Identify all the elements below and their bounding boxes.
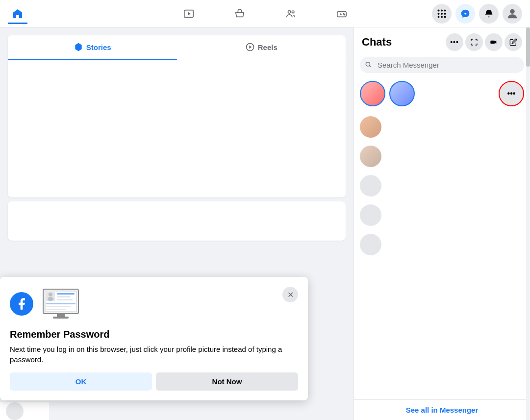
svg-rect-30: [57, 299, 73, 300]
chat-info-2: [386, 152, 524, 161]
chat-name-3: [386, 182, 524, 190]
svg-point-13: [438, 16, 440, 18]
chat-video-call-button[interactable]: [485, 33, 503, 51]
chat-name-1: [386, 123, 524, 131]
svg-rect-32: [46, 306, 71, 307]
chat-info-4: [386, 211, 524, 220]
chat-compose-button[interactable]: [505, 33, 522, 51]
nav-left: [8, 4, 27, 23]
chat-name-2: [386, 152, 524, 161]
profile-avatar[interactable]: [503, 4, 522, 24]
chat-info-1: [386, 123, 524, 131]
search-input[interactable]: [360, 57, 524, 73]
svg-point-2: [288, 10, 291, 13]
stories-tab-label: Stories: [86, 43, 111, 51]
search-bar: [360, 57, 524, 73]
svg-point-11: [441, 13, 443, 15]
prompt-header: ✕: [10, 287, 298, 321]
top-navigation: [0, 0, 530, 27]
chat-avatar-4: [360, 204, 381, 226]
nav-right: [432, 4, 522, 24]
chat-item-3[interactable]: [354, 171, 530, 200]
svg-point-12: [444, 13, 446, 15]
svg-marker-18: [249, 46, 252, 49]
see-all-messenger-button[interactable]: See all in Messenger: [354, 399, 530, 420]
scrollbar-track[interactable]: [526, 27, 530, 420]
svg-rect-23: [57, 314, 65, 317]
svg-rect-28: [57, 293, 75, 295]
ok-button[interactable]: OK: [10, 372, 152, 391]
svg-point-6: [344, 14, 345, 15]
prompt-icons: [10, 287, 80, 321]
chat-avatar-5: [360, 234, 381, 255]
chat-info-3: [386, 182, 524, 190]
svg-point-15: [444, 16, 446, 18]
story-circle-2[interactable]: [389, 81, 415, 106]
svg-rect-19: [490, 41, 495, 44]
stories-content: [8, 60, 346, 198]
svg-point-3: [292, 11, 294, 13]
see-all-label: See all in Messenger: [406, 406, 479, 414]
prompt-close-button[interactable]: ✕: [282, 287, 298, 302]
password-prompt: ✕ Remember Password Next time you log in…: [0, 277, 308, 400]
svg-rect-31: [46, 303, 76, 304]
prompt-body: Next time you log in on this browser, ju…: [10, 344, 298, 365]
stories-more-options-button[interactable]: •••: [499, 81, 524, 106]
prompt-title: Remember Password: [10, 329, 298, 340]
svg-point-16: [510, 9, 514, 13]
chat-header-icons: •••: [446, 33, 522, 51]
reels-tab[interactable]: Reels: [177, 35, 346, 60]
svg-point-8: [441, 9, 443, 11]
svg-marker-1: [188, 12, 191, 15]
svg-point-10: [438, 13, 440, 15]
chat-avatar-1: [360, 116, 381, 138]
groups-nav-item[interactable]: [267, 2, 314, 25]
svg-point-20: [366, 62, 370, 66]
chat-header: Chats •••: [354, 27, 530, 57]
bottom-item: [0, 402, 49, 420]
watch-nav-item[interactable]: [165, 2, 212, 25]
chat-title: Chats: [362, 36, 392, 49]
home-button[interactable]: [8, 4, 27, 24]
svg-point-7: [438, 9, 440, 11]
marketplace-nav-item[interactable]: [216, 2, 263, 25]
svg-point-14: [441, 16, 443, 18]
chat-item-5[interactable]: [354, 230, 530, 259]
not-now-button[interactable]: Not Now: [156, 372, 298, 391]
svg-point-26: [49, 293, 52, 296]
chat-name-5: [386, 241, 524, 249]
feed-card-1: [8, 201, 346, 241]
messenger-button[interactable]: [455, 4, 475, 24]
gaming-nav-item[interactable]: [318, 2, 365, 25]
monitor-illustration: [41, 287, 80, 321]
tab-bar: Stories Reels: [8, 35, 346, 60]
notifications-button[interactable]: [479, 4, 499, 24]
chat-item-4[interactable]: [354, 200, 530, 230]
stories-reels-card: Stories Reels: [8, 35, 346, 198]
chat-expand-button[interactable]: [465, 33, 483, 51]
search-icon: [365, 61, 372, 69]
chat-name-4: [386, 211, 524, 220]
svg-rect-24: [53, 317, 69, 319]
reels-tab-label: Reels: [258, 43, 278, 51]
bottom-avatar: [6, 402, 24, 420]
svg-point-9: [444, 9, 446, 11]
chat-info-5: [386, 241, 524, 249]
prompt-buttons: OK Not Now: [10, 372, 298, 391]
stories-row: •••: [354, 79, 530, 112]
svg-rect-33: [46, 309, 66, 310]
chat-item-2[interactable]: [354, 142, 530, 171]
chat-avatar-2: [360, 146, 381, 167]
nav-center: [165, 2, 365, 25]
stories-tab[interactable]: Stories: [8, 35, 177, 60]
facebook-logo: [10, 292, 33, 316]
chat-list: [354, 112, 530, 399]
chat-more-options-button[interactable]: •••: [446, 33, 463, 51]
story-circle-1[interactable]: [360, 81, 385, 106]
svg-point-27: [48, 297, 53, 301]
chat-item-1[interactable]: [354, 112, 530, 142]
menu-button[interactable]: [432, 4, 452, 24]
svg-rect-29: [57, 296, 71, 297]
scrollbar-thumb[interactable]: [526, 27, 530, 67]
chat-avatar-3: [360, 175, 381, 197]
